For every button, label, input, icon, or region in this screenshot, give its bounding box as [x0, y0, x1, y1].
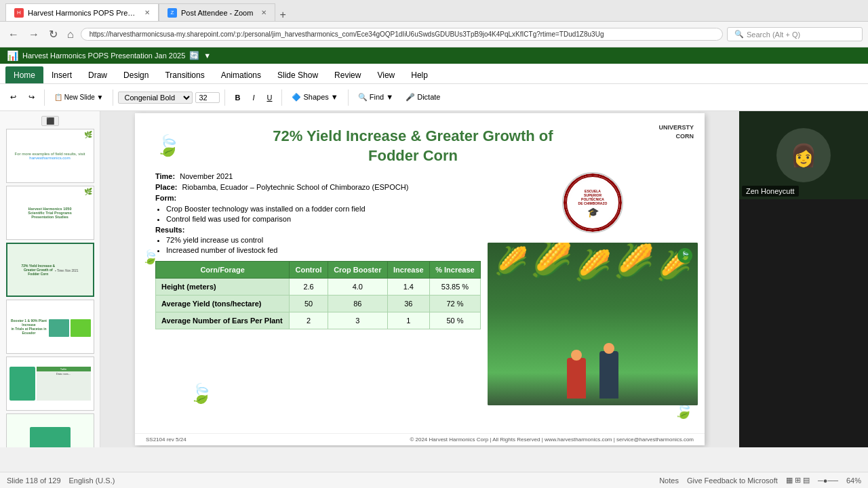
row0-col2: 4.0 — [328, 279, 387, 296]
time-line: Time: November 2021 — [155, 172, 481, 180]
row0-col3: 1.4 — [387, 279, 429, 296]
search-placeholder: Search (Alt + Q) — [747, 30, 800, 39]
search-bar[interactable]: 🔍 Search (Alt + Q) — [727, 27, 863, 41]
new-tab-button[interactable]: + — [275, 9, 290, 21]
row1-col3: 36 — [387, 296, 429, 312]
breadcrumb-chevron: ▼ — [203, 52, 211, 60]
forward-button[interactable]: → — [26, 27, 42, 42]
row2-col0: Average Number of Ears Per Plant — [156, 312, 290, 329]
row1-col1: 50 — [290, 296, 328, 312]
redo-button[interactable]: ↪ — [24, 91, 39, 104]
feedback-button[interactable]: Give Feedback to Microsoft — [687, 476, 778, 485]
footer-revision: SS2104 rev 5/24 — [146, 436, 186, 443]
sep2 — [113, 89, 113, 106]
place-label: Place: — [155, 183, 177, 191]
tab-design[interactable]: Design — [115, 66, 157, 83]
tab-2[interactable]: Z Post Attendee - Zoom ✕ — [159, 3, 275, 21]
corner-text: UNIVERSTY CORN — [658, 123, 694, 140]
tab2-close[interactable]: ✕ — [261, 9, 267, 16]
slide-title-line1: 72% Yield Increase & Greater Growth of — [176, 127, 650, 146]
tab-review[interactable]: Review — [326, 66, 369, 83]
corner-line1: UNIVERSTY — [658, 123, 694, 132]
slide-thumb-121[interactable] — [6, 413, 94, 447]
leaf-mid-left: 🍃 — [142, 249, 159, 265]
results-bullet-2: Increased number of livestock fed — [166, 246, 481, 254]
new-slide-button[interactable]: 📋 New Slide ▼ — [50, 92, 108, 103]
form-bullets: Crop Booster technology was installed on… — [166, 205, 481, 223]
farm-photo: 🌽 🌽 🌽 🌽 🌽 — [488, 243, 698, 405]
tab1-label: Harvest Harmonics POPS Pres... — [28, 9, 136, 17]
slide-info: Slide 118 of 129 — [7, 476, 61, 485]
sep4 — [281, 89, 282, 106]
slide-body: Time: November 2021 Place: Riobamba, Ecu… — [135, 172, 705, 405]
app-title-bar: 📊 Harvest Harmonics POPS Presentation Ja… — [0, 47, 868, 64]
row2-col1: 2 — [290, 312, 328, 329]
collapse-panel-button[interactable]: ⬛ — [41, 116, 59, 126]
data-table: Corn/Forage Control Crop Booster Increas… — [155, 261, 481, 329]
tab1-close[interactable]: ✕ — [144, 9, 150, 16]
zoom-slider[interactable]: ─●── — [818, 476, 838, 485]
slide-thumb-118[interactable]: 72% Yield Increase &Greater Growth ofFod… — [6, 243, 94, 297]
slide[interactable]: 🍃 🍃 🍃 🍃 🍃 UNIVERSTY CORN 72% Yield Incre… — [135, 113, 705, 445]
thumb-117-icon: 🌿 — [84, 188, 92, 195]
place-value: Riobamba, Ecuador – Polytechnic School o… — [182, 183, 408, 191]
tab-1[interactable]: H Harvest Harmonics POPS Pres... ✕ — [5, 3, 159, 21]
tab-help[interactable]: Help — [403, 66, 436, 83]
thumb-116-content: For more examples of field results, visi… — [7, 129, 94, 182]
slide-title-line2: Fodder Corn — [176, 146, 650, 166]
col-header-2: Crop Booster — [328, 262, 387, 279]
slide-left-panel: Time: November 2021 Place: Riobamba, Ecu… — [155, 172, 481, 405]
school-logo: ESCUELASUPERIORPOLITÉCNICADE CHIMBORAZO … — [562, 172, 623, 233]
tab-view[interactable]: View — [369, 66, 403, 83]
thumb-119-content: Booster 1 & 90% Plant Increasein Trials … — [7, 300, 94, 353]
tab-draw[interactable]: Draw — [80, 66, 115, 83]
refresh-button[interactable]: ↻ — [46, 26, 60, 42]
time-value: November 2021 — [180, 172, 233, 180]
row2-col4: 50 % — [429, 312, 480, 329]
tab-home[interactable]: Home — [5, 66, 43, 83]
back-button[interactable]: ← — [5, 27, 22, 42]
app-title: Harvest Harmonics POPS Presentation Jan … — [22, 52, 185, 60]
home-button[interactable]: ⌂ — [64, 27, 77, 42]
row1-col2: 86 — [328, 296, 387, 312]
underline-button[interactable]: U — [262, 92, 277, 104]
slide-thumb-120[interactable]: Table Data rows... — [6, 357, 94, 411]
dictate-button[interactable]: 🎤 Dictate — [401, 91, 445, 104]
new-slide-label: 📋 New Slide ▼ — [54, 94, 103, 101]
tab-transitions[interactable]: Transitions — [157, 66, 212, 83]
tab1-favicon: H — [14, 8, 24, 18]
find-button[interactable]: 🔍 Find ▼ — [353, 91, 398, 104]
row0-col0: Height (meters) — [156, 279, 290, 296]
row1-col4: 72 % — [429, 296, 480, 312]
shapes-button[interactable]: 🔷 Shapes ▼ — [287, 91, 342, 104]
slide-footer: SS2104 rev 5/24 © 2024 Harvest Harmonics… — [135, 433, 705, 445]
video-box: 👩 Zen Honeycutt — [739, 111, 868, 199]
bold-button[interactable]: B — [230, 92, 245, 104]
table-header-row: Corn/Forage Control Crop Booster Increas… — [156, 262, 481, 279]
address-bar[interactable]: https://harvestharmonicsusa-my.sharepoin… — [81, 28, 723, 41]
font-size-input[interactable] — [195, 92, 220, 103]
results-bullets: 72% yield increase us control Increased … — [166, 236, 481, 254]
tab-animations[interactable]: Animations — [213, 66, 269, 83]
sync-icon[interactable]: 🔄 — [189, 51, 199, 60]
row2-col2: 3 — [328, 312, 387, 329]
italic-button[interactable]: I — [248, 92, 259, 104]
leaf-bottom-left: 🍃 — [189, 382, 213, 405]
app-main: ⬛ For more examples of field results, vi… — [0, 111, 868, 447]
zoom-level: 64% — [846, 476, 861, 485]
results-label: Results: — [155, 226, 481, 234]
slide-thumb-117[interactable]: Harvest Harmonics 1050Scientific Trial P… — [6, 186, 94, 240]
tab-slideshow[interactable]: Slide Show — [269, 66, 326, 83]
font-selector[interactable]: Congenial Bold — [118, 92, 193, 104]
undo-button[interactable]: ↩ — [5, 91, 21, 104]
corner-line2: CORN — [658, 132, 694, 141]
footer-copyright: © 2024 Harvest Harmonics Corp | All Righ… — [410, 436, 694, 443]
ribbon-toolbar: ↩ ↪ 📋 New Slide ▼ Congenial Bold B I U 🔷… — [0, 84, 868, 111]
slide-thumb-119[interactable]: Booster 1 & 90% Plant Increasein Trials … — [6, 300, 94, 354]
slide-thumb-116[interactable]: For more examples of field results, visi… — [6, 129, 94, 183]
notes-button[interactable]: Notes — [659, 476, 679, 485]
video-panel: 👩 Zen Honeycutt — [739, 111, 868, 447]
tab-insert[interactable]: Insert — [43, 66, 80, 83]
main-slide-area: 🍃 🍃 🍃 🍃 🍃 UNIVERSTY CORN 72% Yield Incre… — [100, 111, 739, 447]
tab2-label: Post Attendee - Zoom — [181, 9, 253, 17]
